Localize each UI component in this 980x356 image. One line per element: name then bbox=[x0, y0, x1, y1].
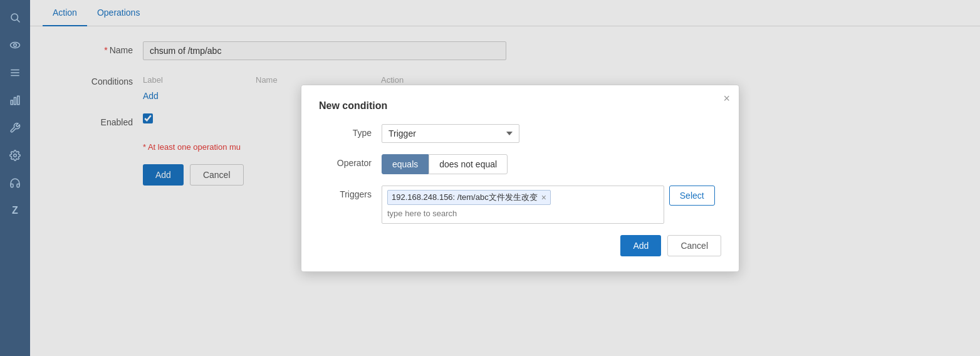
modal-operator-label: Operator bbox=[319, 154, 382, 168]
svg-point-3 bbox=[14, 44, 17, 47]
wrench-icon[interactable] bbox=[3, 115, 28, 140]
svg-rect-7 bbox=[11, 100, 13, 105]
modal-overlay: × New condition Type Trigger Host Host g… bbox=[30, 0, 980, 356]
page-wrapper: Action Operations *Name Conditions Label… bbox=[30, 0, 980, 356]
sidebar: Z bbox=[0, 0, 30, 356]
operator-equals-button[interactable]: equals bbox=[382, 154, 429, 174]
modal-close-icon[interactable]: × bbox=[723, 93, 730, 104]
modal-type-row: Type Trigger Host Host group Tag bbox=[319, 124, 721, 143]
modal-footer: Add Cancel bbox=[319, 235, 721, 256]
triggers-input-area[interactable]: 192.168.248.156: /tem/abc文件发生改变 × bbox=[382, 186, 664, 224]
modal-add-button[interactable]: Add bbox=[620, 235, 661, 256]
modal-title: New condition bbox=[319, 100, 721, 112]
trigger-search-input[interactable] bbox=[387, 207, 659, 219]
svg-rect-9 bbox=[18, 96, 19, 105]
modal-triggers-label: Triggers bbox=[319, 186, 382, 199]
svg-line-1 bbox=[17, 19, 19, 22]
svg-point-0 bbox=[11, 14, 18, 21]
operator-group: equals does not equal bbox=[382, 154, 508, 174]
triggers-container: 192.168.248.156: /tem/abc文件发生改变 × Select bbox=[382, 186, 715, 224]
headset-icon[interactable] bbox=[3, 170, 28, 196]
modal-type-label: Type bbox=[319, 124, 382, 138]
modal-type-select[interactable]: Trigger Host Host group Tag bbox=[382, 124, 519, 143]
trigger-tag-close-icon[interactable]: × bbox=[541, 193, 546, 202]
list-icon[interactable] bbox=[3, 60, 28, 85]
chart-icon[interactable] bbox=[3, 88, 28, 113]
modal-select-button[interactable]: Select bbox=[669, 186, 715, 206]
modal-cancel-button[interactable]: Cancel bbox=[667, 235, 721, 256]
gear-icon[interactable] bbox=[3, 143, 28, 168]
trigger-tag-text: 192.168.248.156: /tem/abc文件发生改变 bbox=[392, 192, 538, 203]
modal-triggers-row: Triggers 192.168.248.156: /tem/abc文件发生改变… bbox=[319, 186, 721, 224]
svg-point-10 bbox=[14, 154, 17, 157]
search-icon[interactable] bbox=[3, 5, 28, 30]
eye-icon[interactable] bbox=[3, 33, 28, 58]
svg-point-2 bbox=[11, 43, 20, 48]
modal-operator-row: Operator equals does not equal bbox=[319, 154, 721, 174]
operator-not-equal-button[interactable]: does not equal bbox=[429, 154, 508, 174]
zabbix-icon[interactable]: Z bbox=[3, 198, 28, 223]
new-condition-modal: × New condition Type Trigger Host Host g… bbox=[301, 85, 739, 272]
svg-rect-8 bbox=[14, 98, 16, 105]
trigger-tag: 192.168.248.156: /tem/abc文件发生改变 × bbox=[387, 190, 551, 205]
